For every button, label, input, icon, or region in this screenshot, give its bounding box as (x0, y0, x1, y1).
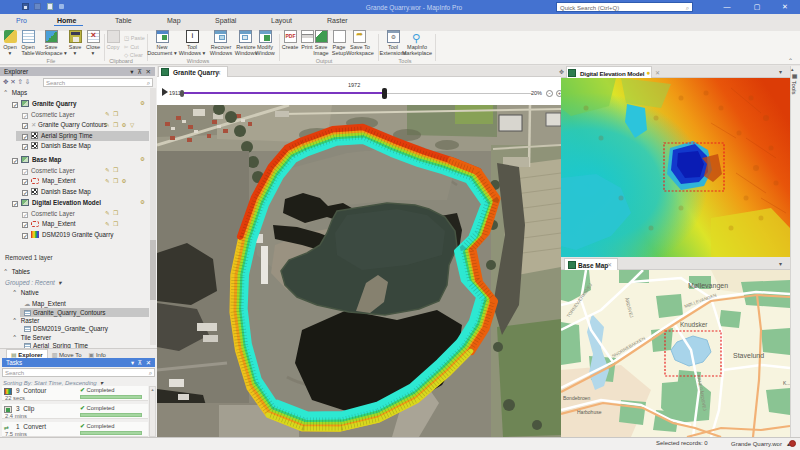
svg-text:Stavelund: Stavelund (733, 352, 764, 359)
svg-text:K...: K... (783, 380, 790, 386)
svg-text:Harbohuse: Harbohuse (577, 409, 602, 415)
svg-text:Bondebroen: Bondebroen (563, 395, 590, 401)
svg-text:Møllevangen: Møllevangen (688, 282, 728, 290)
svg-text:Knudsker: Knudsker (680, 321, 708, 328)
